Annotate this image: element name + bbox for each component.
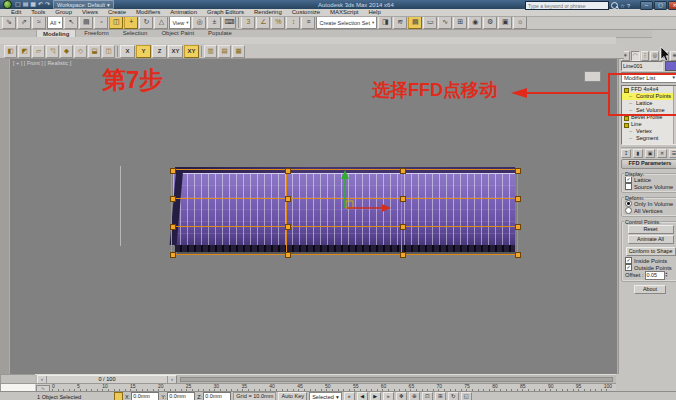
modifier-list-dropdown[interactable]: Modifier List ▼ [621,72,676,83]
ffd-control-point[interactable] [400,196,406,202]
ffd-control-point[interactable] [170,252,176,258]
menu-item[interactable]: Graph Editors [202,9,249,16]
maximize-button[interactable]: ▢ [654,1,667,10]
play-icon[interactable]: ▶ [370,392,381,400]
edit-named-selection-sets-icon[interactable]: ≡ [301,16,315,29]
constraint-y-button[interactable]: Y [136,45,151,58]
rectangular-selection-region-icon[interactable]: ▫ [94,16,108,29]
modifier-stack-item[interactable]: Segment [622,135,676,142]
ffd-control-point[interactable] [515,224,521,230]
offset-spinner[interactable]: ▴▾ [666,272,668,278]
undo-icon[interactable]: ↶ [38,1,43,8]
ffd-control-point[interactable] [400,252,406,258]
viewport-front[interactable]: [ + ] [ Front ] [ Realistic ] [9,58,618,376]
x-coordinate-field[interactable]: 0.0mm [131,392,159,400]
ffd-control-point[interactable] [515,252,521,258]
z-coordinate-field[interactable]: 0.0mm [203,392,231,400]
orbit-icon[interactable]: ↻ [448,392,459,400]
schematic-view-icon[interactable]: ⊞ [453,16,467,29]
modifier-stack-item[interactable]: Lattice [622,100,676,107]
modifier-stack-item[interactable]: Vertex [622,128,676,135]
menu-item[interactable]: Views [77,9,103,16]
spinner-snap-icon[interactable]: ↕ [286,16,300,29]
new-file-icon[interactable]: ▢ [15,1,21,8]
by-angle-icon[interactable]: ◇ [74,45,87,58]
minimize-button[interactable]: – [640,1,653,10]
select-and-rotate-icon[interactable]: ↻ [139,16,153,29]
save-file-icon[interactable]: ▦ [30,1,36,8]
select-object-icon[interactable]: ↖ [64,16,78,29]
configure-modifier-sets-icon[interactable]: ☰ [669,149,676,158]
constraint-x-button[interactable]: X [120,45,135,58]
key-filter-dropdown[interactable]: Selected ▾ [309,392,342,400]
select-and-scale-icon[interactable]: △ [154,16,168,29]
mirror-icon[interactable]: ◨ [378,16,392,29]
help-icon[interactable]: ? [627,3,630,9]
move-gizmo[interactable] [330,168,400,218]
inside-points-checkbox[interactable] [625,257,632,264]
constraint-xy2-button[interactable]: XY [184,45,199,58]
constraint-z-button[interactable]: Z [152,45,167,58]
tab-hierarchy-icon[interactable]: ⋮ [641,51,650,61]
ribbon-tab[interactable]: Populate [202,29,238,37]
ffd-control-point[interactable] [285,252,291,258]
ffd-control-point[interactable] [285,196,291,202]
menu-item[interactable]: Modifiers [131,9,165,16]
modifier-stack-item[interactable]: Control Points [622,93,676,100]
ffd-parameters-rollout-header[interactable]: FFD Parameters [621,159,676,169]
grow-selection-icon[interactable]: ◫ [102,45,115,58]
ffd-control-point[interactable] [400,168,406,174]
animate-all-button[interactable]: Animate All [628,235,674,244]
modifier-stack-item[interactable]: Set Volume [622,107,676,114]
zoom-region-icon[interactable]: ⊞ [435,392,446,400]
tab-motion-icon[interactable]: ◎ [650,51,659,61]
ffd-control-point[interactable] [285,168,291,174]
app-logo-icon[interactable] [3,0,12,9]
conform-to-shape-button[interactable]: Conform to Shape [626,247,676,256]
menu-item[interactable]: Help [363,9,385,16]
select-and-link-icon[interactable]: ⇘ [2,16,16,29]
menu-item[interactable]: Edit [6,9,26,16]
align-icon[interactable]: ≋ [393,16,407,29]
modifier-stack-item[interactable]: Bevel Profile [622,114,676,121]
ffd-control-point[interactable] [170,224,176,230]
reference-coordinate-dropdown[interactable]: View ▾ [169,16,191,29]
select-and-move-icon[interactable]: + [124,16,138,29]
ribbon-tab[interactable]: Object Paint [155,29,200,37]
unlink-selection-icon[interactable]: ⇗ [17,16,31,29]
edit-poly-mode-icon[interactable]: ▱ [32,45,45,58]
curve-editor-icon[interactable]: ∿ [438,16,452,29]
tweak-icon[interactable]: ◩ [18,45,31,58]
selection-filter-dropdown[interactable]: All ▾ [47,16,63,29]
angle-snap-icon[interactable]: ∠ [256,16,270,29]
constraint-xy-button[interactable]: XY [168,45,183,58]
select-by-name-icon[interactable]: ▤ [79,16,93,29]
y-coordinate-field[interactable]: 0.0mm [167,392,195,400]
modifier-stack-item[interactable]: FFD 4x4x4 [622,86,676,93]
material-editor-icon[interactable]: ◉ [468,16,482,29]
outside-points-checkbox[interactable] [625,264,632,271]
tab-utilities-icon[interactable]: ⋇ [670,51,676,61]
reset-button[interactable]: Reset [628,225,674,234]
menu-item[interactable]: Rendering [249,9,287,16]
viewport-widget[interactable] [584,71,601,82]
ffd-control-point[interactable] [515,196,521,202]
zoom-icon[interactable]: ⊕ [409,392,420,400]
ribbon-tab[interactable]: Selection [117,29,154,37]
pin-stack-icon[interactable]: ↧ [621,149,631,158]
close-button[interactable]: ✕ [668,1,676,10]
use-soft-selection-icon[interactable]: ◹ [46,45,59,58]
working-pivot-icon[interactable]: ▤ [218,45,231,58]
menu-item[interactable]: Customize [287,9,325,16]
ffd-control-point[interactable] [285,224,291,230]
favorites-star-icon[interactable]: ☆ [620,3,625,9]
layer-manager-icon[interactable]: ▤ [408,16,422,29]
make-unique-icon[interactable]: ▣ [645,149,655,158]
offset-field[interactable]: 0.05 [645,271,665,280]
show-end-result-icon[interactable]: ▮ [633,149,643,158]
ffd-control-point[interactable] [400,224,406,230]
source-volume-checkbox[interactable] [625,183,632,190]
menu-item[interactable]: Animation [165,9,202,16]
ffd-control-point[interactable] [170,168,176,174]
named-selection-set-dropdown[interactable]: Create Selection Set ▾ [316,16,377,29]
